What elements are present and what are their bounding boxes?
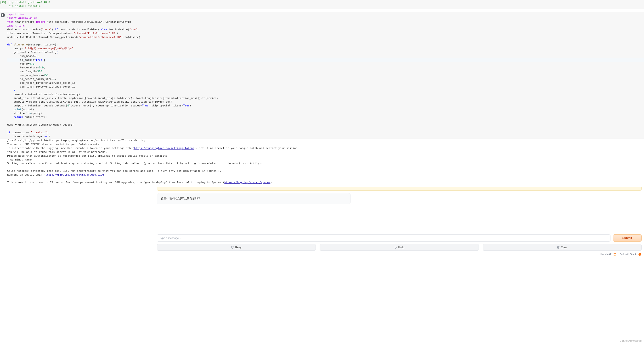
- gradio-logo-icon: [638, 253, 641, 256]
- action-buttons-row: Retry Undo Clear: [157, 244, 642, 251]
- code-cell-1: [25] !pip install gradio==3.48.0 !pip in…: [0, 0, 644, 8]
- built-with-gradio-link[interactable]: Built with Gradio: [620, 253, 637, 256]
- code-cell-2: import time import gradio as gr from tra…: [0, 12, 644, 139]
- gradio-footer: Use via API · Built with Gradio: [157, 253, 642, 256]
- retry-icon: [231, 246, 234, 249]
- bot-message-text: 你好，有什么我可以帮你的吗?: [161, 197, 200, 200]
- api-icon: [614, 253, 616, 256]
- warning-banner: [157, 187, 642, 191]
- svg-rect-3: [615, 255, 616, 256]
- output-text: /usr/local/lib/python3.10/dist-packages/…: [7, 139, 644, 186]
- message-input-row: Type a message... Submit: [157, 234, 642, 242]
- output-collapse-icon[interactable]: ···: [0, 139, 7, 186]
- cell-run-gutter: [0, 12, 7, 138]
- hf-spaces-link[interactable]: https://huggingface.co/spaces: [224, 181, 270, 184]
- code-line: !pip install gradio==3.48.0: [7, 1, 50, 4]
- code-line: !pip install pydantic: [7, 4, 40, 8]
- code-body-2[interactable]: import time import gradio as gr from tra…: [7, 12, 644, 138]
- chat-bot-message: 你好，有什么我可以帮你的吗?: [157, 193, 351, 204]
- trash-icon: [557, 246, 560, 249]
- gradio-public-url-link[interactable]: https://058bb16b70ac760c0a.gradio.live: [44, 173, 104, 176]
- use-via-api-link[interactable]: Use via API: [600, 253, 612, 256]
- svg-rect-1: [615, 253, 616, 254]
- undo-icon: [394, 246, 397, 249]
- play-icon: [2, 14, 4, 16]
- code-body-1[interactable]: !pip install gradio==3.48.0 !pip install…: [7, 0, 644, 8]
- gradio-chat-interface: 你好，有什么我可以帮你的吗? Type a message... Submit …: [157, 186, 642, 256]
- svg-rect-2: [614, 255, 614, 256]
- svg-rect-0: [614, 253, 614, 254]
- retry-button[interactable]: Retry: [157, 244, 316, 251]
- cell-exec-count: [25]: [0, 0, 7, 8]
- editor-cursor-line: do_sample=True,: [7, 58, 644, 62]
- submit-button[interactable]: Submit: [613, 234, 642, 242]
- undo-button[interactable]: Undo: [320, 244, 478, 251]
- cell-output: ··· /usr/local/lib/python3.10/dist-packa…: [0, 139, 644, 186]
- clear-button[interactable]: Clear: [483, 244, 642, 251]
- hf-tokens-link[interactable]: https://huggingface.co/settings/tokens: [134, 147, 194, 150]
- run-cell-button[interactable]: [1, 13, 5, 17]
- message-input[interactable]: Type a message...: [157, 234, 610, 242]
